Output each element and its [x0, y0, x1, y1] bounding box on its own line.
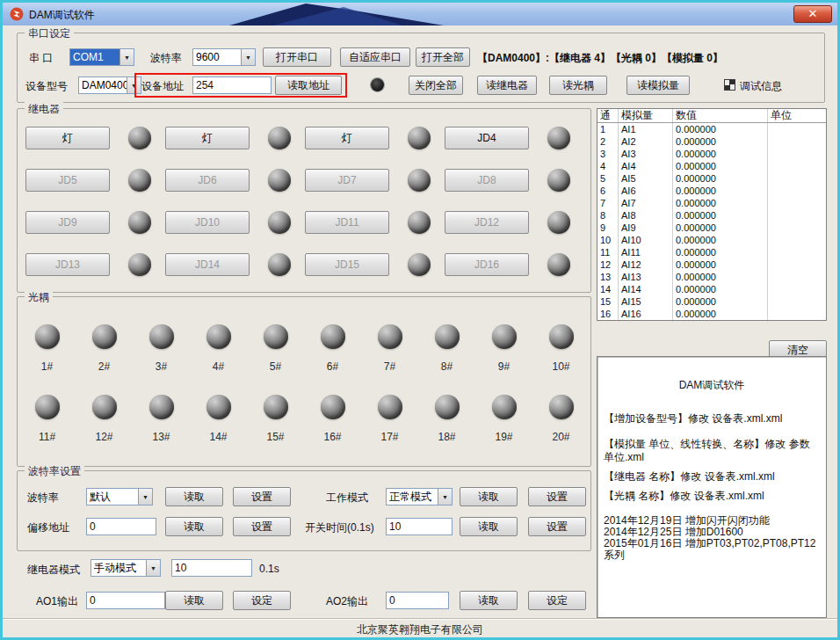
opto-row: 1# 2# 3# 4# 5# 6# 7# 8# 9# 10# [18, 324, 590, 373]
relay-indicator [408, 169, 431, 192]
relay-button[interactable]: JD12 [445, 211, 529, 234]
table-row: 10AI100.000000 [597, 234, 826, 246]
ao1-input[interactable] [86, 592, 165, 609]
relay-indicator [408, 253, 431, 276]
open-all-button[interactable]: 打开全部 [416, 47, 470, 67]
relay-button[interactable]: JD4 [445, 127, 529, 149]
opto-indicator [264, 324, 288, 349]
relay-button[interactable]: JD8 [445, 169, 529, 192]
open-serial-button[interactable]: 打开串口 [263, 47, 331, 67]
relay-button[interactable]: JD11 [305, 211, 389, 234]
relay-button[interactable]: JD13 [25, 253, 110, 276]
opto-label: 7# [384, 360, 395, 373]
opto-label: 19# [495, 431, 512, 443]
close-button[interactable]: ✕ [793, 5, 832, 23]
baud-rate-label: 波特率 [150, 51, 182, 66]
title-bar: DAM调试软件 ✕ [3, 3, 837, 25]
relay-button[interactable]: JD6 [165, 169, 250, 192]
dropdown-arrow-icon[interactable]: ▼ [241, 49, 255, 65]
switch-time-label: 开关时间(0.1s) [305, 520, 374, 535]
opto-label: 17# [380, 431, 398, 443]
dropdown-arrow-icon[interactable]: ▼ [138, 489, 152, 505]
opto-indicator [492, 395, 517, 419]
opto-label: 3# [156, 360, 167, 373]
set-button[interactable]: 设置 [528, 517, 586, 536]
opto-indicator [321, 395, 345, 419]
opto-label: 16# [323, 431, 341, 443]
relay-cell: 灯 [165, 117, 305, 159]
relay-button[interactable]: 灯 [305, 127, 389, 149]
relay-grid: 灯 灯 灯 JD4 JD5 JD6 JD7 JD8 JD9 JD10 JD11 … [25, 117, 584, 286]
relay-cell: JD8 [445, 159, 584, 201]
device-address-input[interactable] [192, 76, 272, 94]
read-button[interactable]: 读取 [165, 517, 223, 536]
set-button[interactable]: 设置 [233, 517, 291, 536]
relay-button[interactable]: JD16 [445, 253, 529, 276]
read-button[interactable]: 读取 [460, 517, 518, 536]
dropdown-arrow-icon[interactable]: ▼ [119, 49, 134, 65]
company-name: 北京聚英翱翔电子有限公司 [3, 622, 837, 637]
relay-indicator [268, 211, 291, 234]
opto-label: 14# [209, 431, 227, 443]
read-opto-button[interactable]: 读光耦 [549, 76, 607, 95]
group-title: 串口设定 [25, 26, 74, 41]
confirm-button[interactable]: 设定 [233, 591, 291, 610]
relay-button[interactable]: JD7 [305, 169, 389, 192]
confirm-button[interactable]: 设定 [528, 591, 586, 610]
relay-button[interactable]: 灯 [165, 127, 250, 149]
relay-button[interactable]: 灯 [25, 127, 110, 149]
opto-row: 11# 12# 13# 14# 15# 16# 17# 18# 19# 20# [18, 395, 590, 443]
device-model-label: 设备型号 [25, 79, 68, 94]
read-analog-button[interactable]: 读模拟量 [626, 76, 690, 95]
relay-button[interactable]: JD15 [305, 253, 389, 276]
relay-button[interactable]: JD10 [165, 211, 250, 234]
read-address-button[interactable]: 读取地址 [275, 76, 342, 95]
table-row: 8AI80.000000 [597, 209, 826, 222]
opto-indicator [549, 324, 574, 349]
ao2-input[interactable] [386, 592, 449, 609]
device-model-select[interactable]: DAM0400 ▼ [78, 76, 141, 94]
baud-settings-group: 波特率设置 [17, 470, 591, 551]
device-model-value: DAM0400 [79, 77, 127, 93]
baud-rate-select[interactable]: 9600 ▼ [192, 48, 256, 66]
dropdown-arrow-icon[interactable]: ▼ [146, 560, 160, 576]
adaptive-serial-button[interactable]: 自适应串口 [340, 47, 410, 67]
status-bar: 北京聚英翱翔电子有限公司 [3, 618, 837, 637]
read-relay-button[interactable]: 读继电器 [477, 76, 537, 95]
baud-setting-select[interactable]: 默认 ▼ [86, 488, 153, 505]
work-mode-select[interactable]: 正常模式 ▼ [386, 488, 453, 505]
opto-label: 2# [98, 360, 110, 373]
relay-time-input[interactable] [171, 559, 252, 577]
set-button[interactable]: 设置 [528, 487, 586, 506]
offset-address-input[interactable] [86, 518, 156, 535]
info-panel: DAM调试软件 【增加设备型号】修改 设备表.xml.xml 【模拟量 单位、线… [597, 356, 827, 618]
read-button[interactable]: 读取 [460, 591, 518, 610]
dropdown-arrow-icon[interactable]: ▼ [438, 489, 452, 505]
relay-button[interactable]: JD5 [25, 169, 110, 192]
switch-time-input[interactable] [386, 518, 453, 535]
table-row: 15AI150.000000 [597, 295, 826, 308]
baud-rate-value: 9600 [193, 49, 241, 65]
ao1-label: AO1输出 [36, 594, 78, 609]
info-line: 【继电器 名称】修改 设备表.xml.xml [604, 470, 820, 484]
close-all-button[interactable]: 关闭全部 [409, 76, 463, 95]
relay-mode-select[interactable]: 手动模式 ▼ [91, 559, 161, 577]
opto-label: 1# [41, 360, 53, 373]
relay-cell: JD15 [305, 244, 445, 286]
read-button[interactable]: 读取 [165, 591, 223, 610]
set-button[interactable]: 设置 [233, 487, 291, 506]
relay-button[interactable]: JD9 [25, 211, 110, 234]
debug-info-label: 调试信息 [740, 79, 782, 94]
read-button[interactable]: 读取 [165, 487, 223, 506]
relay-cell: 灯 [305, 117, 445, 159]
relay-cell: JD5 [25, 159, 165, 201]
offset-address-label: 偏移地址 [27, 520, 69, 535]
relay-button[interactable]: JD14 [165, 253, 250, 276]
com-port-select[interactable]: COM1 ▼ [69, 48, 134, 66]
relay-indicator [128, 169, 151, 192]
table-row: 14AI140.000000 [597, 283, 826, 295]
opto-label: 18# [438, 431, 455, 443]
work-mode-value: 正常模式 [387, 489, 438, 505]
table-row: 6AI60.000000 [597, 185, 826, 197]
read-button[interactable]: 读取 [460, 487, 518, 506]
